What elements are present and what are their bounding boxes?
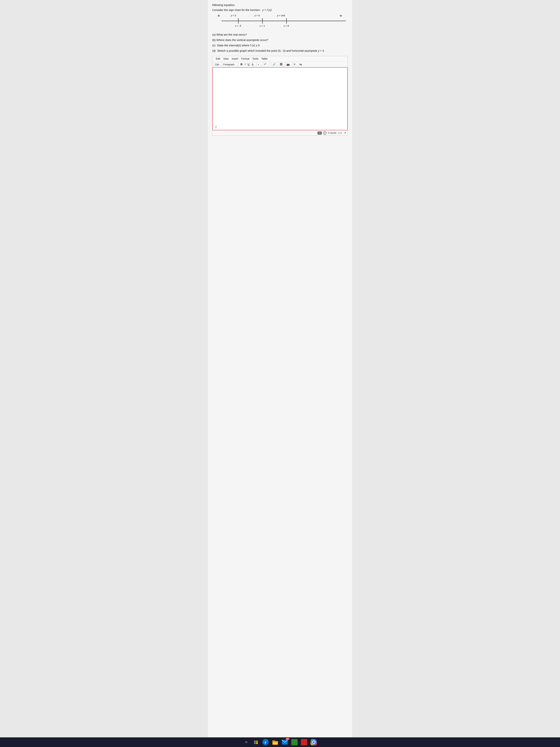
taskbar: e: [0, 737, 560, 747]
taskbar-red-app[interactable]: [300, 739, 308, 746]
separator-1: [238, 62, 239, 66]
font-color-chevron: ⌄: [254, 63, 256, 66]
highlight-label: ✓: [258, 63, 260, 66]
y-label-2: y = 0: [255, 14, 260, 17]
svg-rect-0: [254, 741, 256, 742]
svg-point-13: [313, 741, 315, 743]
image-select[interactable]: 🖼 ⌄: [279, 62, 285, 66]
paragraph-value: Paragraph: [223, 63, 235, 66]
separator-2: [270, 62, 271, 66]
keyboard-icon-inner: ⌨: [318, 132, 321, 134]
tick-x-neg5: [238, 18, 239, 24]
align-select[interactable]: ≡ ⌄: [293, 62, 298, 66]
editor-content-area[interactable]: p: [212, 67, 348, 130]
taskbar-files[interactable]: [272, 739, 279, 746]
highlight-select[interactable]: ✓ ⌄: [257, 62, 263, 66]
menu-format[interactable]: Format: [240, 57, 251, 60]
svg-rect-1: [256, 741, 258, 742]
info-icon[interactable]: i: [323, 131, 326, 135]
align-icon: ≡: [294, 62, 295, 66]
media-icon: 📷: [287, 63, 290, 66]
image-chevron: ⌄: [283, 63, 284, 66]
question-c-text: (c) State the interval(s) where f (x) ≥ …: [212, 44, 260, 47]
tick-label-x-1: x = 1: [260, 24, 265, 27]
menu-tools[interactable]: Tools: [251, 57, 260, 60]
expand-icon[interactable]: ↗: [344, 131, 346, 135]
tick-x-6: [286, 18, 287, 24]
menu-view[interactable]: View: [222, 57, 230, 60]
tick-x-1: [262, 18, 263, 24]
sign-chart: + y = 0 y = 0 y = und + x = -5 x = 1 x =…: [214, 14, 348, 29]
search-circle-icon: [245, 741, 247, 743]
font-color-label: A: [252, 63, 254, 66]
extra-tool-button[interactable]: ⇆: [298, 62, 303, 66]
media-chevron: ⌄: [290, 63, 292, 66]
cortana-icon: [254, 740, 258, 744]
link-chevron: ⌄: [276, 63, 277, 66]
keyboard-icon: ⌨: [318, 132, 322, 134]
taskbar-edge[interactable]: e: [262, 739, 269, 746]
font-size-select[interactable]: 12pt ⌄: [214, 62, 222, 66]
chrome-icon: [311, 739, 317, 745]
svg-rect-3: [256, 742, 258, 744]
font-size-value: 12pt: [214, 63, 219, 66]
mail-icon: [282, 740, 288, 745]
menu-edit[interactable]: Edit: [214, 57, 222, 60]
font-color-select[interactable]: A ⌄: [251, 62, 256, 66]
sign-right-plus: +: [340, 13, 342, 19]
tick-label-x-neg5: x = -5: [235, 24, 241, 27]
menu-bar: Edit View Insert Format Tools Table: [212, 56, 348, 61]
red-app-icon: [301, 739, 307, 745]
svg-rect-5: [272, 740, 275, 742]
questions: (a) What are the real zeros? (b) Where d…: [212, 33, 348, 53]
chart-line: [221, 21, 346, 21]
menu-table[interactable]: Table: [260, 57, 269, 60]
question-c: (c) State the interval(s) where f (x) ≥ …: [212, 43, 348, 47]
question-b: (b) Where does the vertical asymptote oc…: [212, 38, 348, 42]
file-explorer-icon: [272, 740, 278, 745]
image-icon: 🖼: [280, 63, 283, 66]
paragraph-marker: p: [215, 125, 217, 128]
taskbar-cortana[interactable]: [252, 739, 260, 746]
function-math: y = f (x): [261, 8, 272, 11]
y-label-1: y = 0: [231, 14, 236, 17]
edge-icon: e: [262, 739, 269, 745]
tick-label-x-6: x = 6: [284, 24, 289, 27]
sign-chart-container: + y = 0 y = 0 y = und + x = -5 x = 1 x =…: [212, 14, 348, 31]
status-bar: ⌨ i 0 words </> ↗: [212, 130, 348, 135]
link-icon: 🔗: [273, 63, 276, 66]
superscript-label: T2: [264, 62, 266, 66]
word-count: 0 words: [328, 132, 337, 134]
code-tag[interactable]: </>: [338, 132, 342, 134]
font-size-chevron: ⌄: [219, 63, 221, 66]
taskbar-green-app[interactable]: [291, 739, 298, 746]
taskbar-chrome[interactable]: [310, 739, 317, 746]
bold-button[interactable]: B: [240, 62, 243, 66]
sign-left-plus: +: [217, 13, 220, 19]
menu-insert[interactable]: Insert: [230, 57, 240, 60]
superscript-select[interactable]: T2 ⌄: [263, 62, 269, 66]
question-d-text: (d) Sketch a possible graph which includ…: [212, 49, 324, 52]
italic-button[interactable]: I: [244, 62, 246, 66]
question-d: (d) Sketch a possible graph which includ…: [212, 49, 348, 53]
media-select[interactable]: 📷 ⌄: [286, 62, 292, 66]
paragraph-select[interactable]: Paragraph ⌄: [222, 62, 237, 66]
green-app-icon: [291, 739, 298, 745]
svg-rect-2: [254, 742, 256, 744]
superscript-chevron: ⌄: [267, 63, 268, 66]
toolbar: 12pt ⌄ Paragraph ⌄ B I U A ⌄ ✓ ⌄: [212, 61, 348, 67]
taskbar-spacer: [212, 136, 348, 149]
paragraph-chevron: ⌄: [235, 63, 236, 66]
intro-text: following equation.: [212, 3, 348, 6]
page: following equation. Consider the sign ch…: [208, 0, 352, 747]
taskbar-mail[interactable]: [281, 739, 288, 746]
y-label-und: y = und: [277, 14, 285, 17]
link-select[interactable]: 🔗 ⌄: [272, 62, 278, 66]
taskbar-search[interactable]: [243, 739, 250, 746]
svg-rect-6: [273, 742, 277, 744]
question-a: (a) What are the real zeros?: [212, 33, 348, 36]
underline-button[interactable]: U: [247, 62, 250, 66]
align-chevron: ⌄: [296, 63, 297, 66]
highlight-chevron: ⌄: [260, 63, 262, 66]
consider-prefix: Consider the sign chart for the function: [212, 8, 260, 11]
